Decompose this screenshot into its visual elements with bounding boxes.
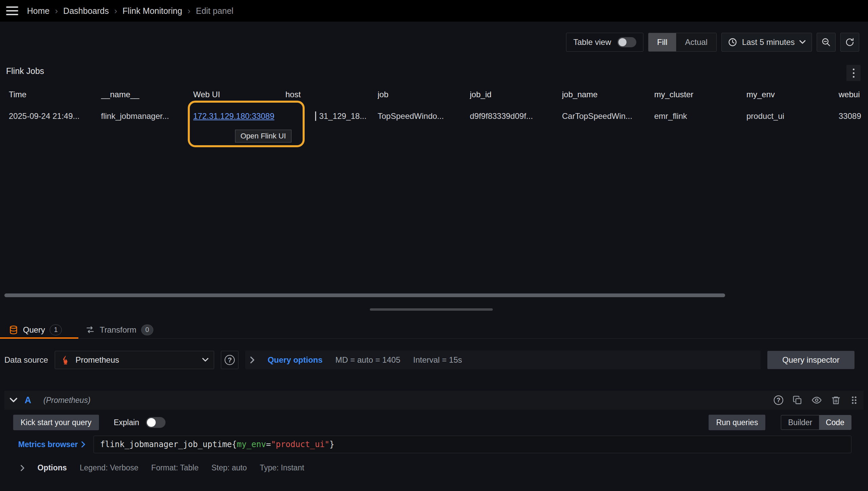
explain-toggle[interactable] [146,417,165,428]
cell-webui: 33089 [839,111,868,121]
kick-start-button[interactable]: Kick start your query [13,415,99,430]
time-range-label: Last 5 minutes [742,37,795,47]
column-header-web-ui[interactable]: Web UI [193,90,285,99]
breadcrumb-dashboard-name[interactable]: Flink Monitoring [123,6,182,16]
toggle-visibility-button[interactable] [812,395,822,405]
query-actions-row: Kick start your query Explain Run querie… [13,415,851,430]
column-header-job-id[interactable]: job_id [470,90,562,99]
editor-tabbar: Query 1 Transform 0 [0,321,868,339]
collapse-chevron-icon[interactable] [10,398,17,403]
breadcrumb-home[interactable]: Home [27,6,50,16]
cell-my-cluster: emr_flink [654,111,746,121]
time-zoom-out-button[interactable] [817,33,836,52]
horizontal-scrollbar[interactable] [4,293,725,297]
fill-button[interactable]: Fill [648,33,676,51]
query-ref-label[interactable]: A [25,395,31,406]
query-row-actions: ? [774,395,858,405]
column-header-my-cluster[interactable]: my_cluster [654,90,746,99]
tab-query[interactable]: Query 1 [9,325,62,335]
datasource-value: Prometheus [75,355,198,365]
top-nav: Home › Dashboards › Flink Monitoring › E… [0,0,868,22]
panel-menu-button[interactable] [846,65,861,81]
datasource-label: Data source [4,355,48,365]
table-header: Time __name__ Web UI host job job_id job… [9,90,868,99]
duplicate-query-button[interactable] [793,395,802,405]
expr-suffix: } [330,440,334,449]
cell-time: 2025-09-24 21:49... [9,111,101,121]
interval-value: Interval = 15s [413,355,462,365]
run-queries-button[interactable]: Run queries [709,415,765,430]
pane-splitter-handle[interactable] [370,308,493,311]
actual-button[interactable]: Actual [676,33,716,51]
table-view-toggle[interactable] [617,37,636,47]
metrics-browser-label: Metrics browser [18,440,78,449]
delete-query-button[interactable] [831,395,841,405]
breadcrumb-separator-icon: › [187,6,190,16]
breadcrumb-separator-icon: › [114,6,117,16]
expr-prefix: flink_jobmanager_job_uptime{ [100,440,237,449]
link-tooltip: Open Flink UI [235,130,291,143]
drag-query-handle[interactable] [850,395,858,405]
column-header-my-env[interactable]: my_env [746,90,839,99]
datasource-help-button[interactable]: ? [221,351,238,369]
breadcrumb-current: Edit panel [196,6,233,16]
options-label[interactable]: Options [37,463,67,472]
column-header-job[interactable]: job [378,90,470,99]
cell-my-env: product_ui [746,111,839,121]
time-range-picker[interactable]: Last 5 minutes [721,33,812,52]
tab-query-label: Query [23,325,45,335]
query-inspector-button[interactable]: Query inspector [767,351,854,369]
metrics-browser-button[interactable]: Metrics browser [18,440,85,449]
active-tab-indicator [0,337,78,339]
builder-mode-button[interactable]: Builder [781,415,819,430]
refresh-button[interactable] [840,33,859,52]
query-options-header[interactable]: Query options MD = auto = 1405 Interval … [245,351,761,369]
question-icon: ? [225,355,235,365]
question-icon: ? [774,395,783,405]
editor-mode-group: Builder Code [781,415,851,430]
column-header-host[interactable]: host [285,90,378,99]
chevron-right-icon[interactable] [20,465,25,471]
code-mode-button[interactable]: Code [819,415,851,430]
table-view-label: Table view [573,37,611,47]
expression-row: Metrics browser flink_jobmanager_job_upt… [18,436,851,453]
refresh-icon [845,37,854,47]
panel-view-toolbar: Table view Fill Actual Last 5 minutes [566,33,859,52]
transform-icon [85,325,95,335]
column-header-job-name[interactable]: job_name [562,90,654,99]
options-type: Type: Instant [260,463,304,472]
panel-title: Flink Jobs [6,66,44,76]
tab-transform[interactable]: Transform 0 [85,325,153,335]
expr-value: "product_ui" [271,440,329,449]
query-help-button[interactable]: ? [774,395,783,405]
menu-icon[interactable] [6,6,18,15]
column-header-webui[interactable]: webui [839,90,868,99]
query-row-header: A (Prometheus) ? [4,391,864,410]
cell-job: TopSpeedWindo... [378,111,470,121]
table-row: 2025-09-24 21:49... flink_jobmanager... … [9,107,868,125]
zoom-out-icon [821,37,831,47]
copy-icon [793,395,802,405]
options-legend: Legend: Verbose [80,463,138,472]
breadcrumb-dashboards[interactable]: Dashboards [63,6,109,16]
query-count-badge: 1 [50,325,62,335]
cell-job-id: d9f9f83339d09f... [470,111,562,121]
transform-count-badge: 0 [141,325,153,335]
tab-transform-label: Transform [100,325,136,335]
expr-label: my_env [237,440,266,449]
cell-host: 31_129_18... [285,111,378,121]
promql-editor[interactable]: flink_jobmanager_job_uptime{my_env="prod… [94,436,851,453]
chevron-down-icon [799,40,806,44]
column-header-time[interactable]: Time [9,90,101,99]
prometheus-icon [60,355,71,365]
max-data-points-value: MD = auto = 1405 [335,355,400,365]
options-step: Step: auto [211,463,247,472]
flink-ui-link[interactable]: 172.31.129.180:33089 [193,111,274,121]
breadcrumb: Home › Dashboards › Flink Monitoring › E… [27,6,233,16]
expr-operator: = [266,440,271,449]
cell-web-ui: 172.31.129.180:33089 [193,111,285,121]
clock-icon [728,37,737,47]
datasource-picker[interactable]: Prometheus [55,351,214,369]
explain-label: Explain [114,418,139,427]
column-header-name[interactable]: __name__ [101,90,193,99]
